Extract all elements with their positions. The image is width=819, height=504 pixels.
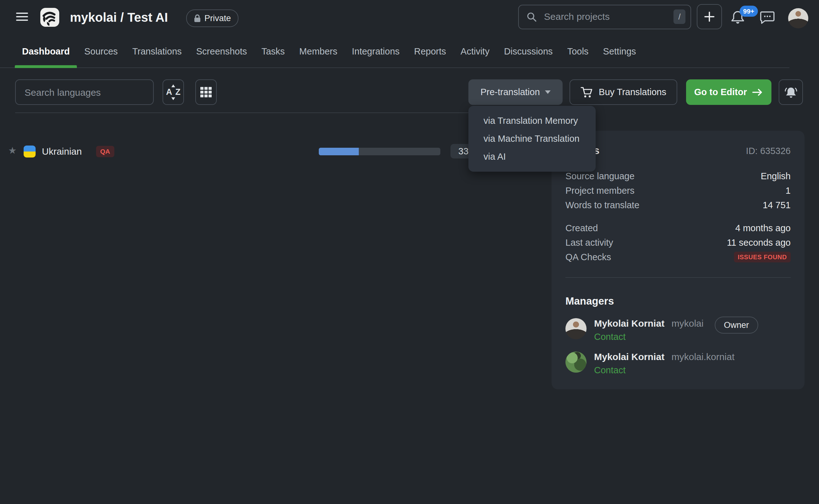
pretranslation-label: Pre-translation: [480, 87, 540, 97]
project-nav: Dashboard Sources Translations Screensho…: [0, 38, 819, 68]
detail-row-project-members: Project members 1: [565, 183, 791, 198]
manager-row: Mykolai Korniat mykolai Contact Owner: [565, 318, 791, 340]
active-tab-underline: [15, 65, 77, 68]
tab-reports[interactable]: Reports: [407, 38, 454, 68]
sort-languages-button[interactable]: AZ: [163, 79, 184, 105]
create-project-button[interactable]: [697, 4, 722, 29]
tab-activity[interactable]: Activity: [453, 38, 497, 68]
manager-name[interactable]: Mykolai Korniat: [594, 318, 664, 329]
messages-icon[interactable]: [760, 11, 775, 25]
manager-username: mykolai: [672, 318, 704, 329]
detail-row-source-language: Source language English: [565, 169, 791, 183]
tab-tools[interactable]: Tools: [560, 38, 596, 68]
search-projects-input[interactable]: [543, 6, 658, 27]
menu-item-via-translation-memory[interactable]: via Translation Memory: [468, 112, 596, 130]
go-to-editor-label: Go to Editor: [694, 87, 747, 97]
pretranslation-dropdown-button[interactable]: Pre-translation: [468, 79, 563, 105]
crowdin-project-dashboard: mykolai / Test AI Private / 99+: [0, 0, 819, 504]
search-shortcut-key: /: [673, 9, 685, 24]
subscribe-bell-button[interactable]: [779, 79, 803, 105]
manager-row: Mykolai Korniat mykolai.korniat Contact: [565, 352, 791, 374]
menu-icon[interactable]: [16, 13, 28, 21]
menu-item-via-ai[interactable]: via AI: [468, 148, 596, 166]
language-name[interactable]: Ukrainian: [42, 146, 82, 157]
favorite-star-icon[interactable]: ★: [8, 145, 17, 156]
search-icon: [526, 12, 537, 22]
cart-icon: [581, 86, 593, 98]
search-languages-box[interactable]: [15, 79, 154, 105]
pretranslation-menu: via Translation Memory via Machine Trans…: [468, 106, 596, 172]
tab-sources[interactable]: Sources: [77, 38, 125, 68]
translation-progress-fill: [319, 148, 359, 155]
go-to-editor-button[interactable]: Go to Editor: [686, 79, 771, 105]
chevron-down-icon: [545, 90, 551, 94]
grid-view-icon: [200, 87, 212, 97]
page-title: mykolai / Test AI: [70, 8, 168, 27]
manager-username: mykolai.korniat: [672, 352, 735, 362]
buy-translations-label: Buy Translations: [599, 87, 666, 97]
issues-found-badge[interactable]: ISSUES FOUND: [734, 252, 791, 262]
buy-translations-button[interactable]: Buy Translations: [570, 79, 677, 105]
view-mode-button[interactable]: [195, 79, 217, 105]
private-badge: Private: [186, 9, 238, 27]
owner-badge: Owner: [715, 317, 758, 334]
sort-az-icon: AZ: [166, 85, 180, 100]
tab-members[interactable]: Members: [292, 38, 345, 68]
private-badge-label: Private: [204, 14, 231, 23]
detail-row-created: Created 4 months ago: [565, 221, 791, 235]
language-list-divider: [15, 112, 542, 113]
tab-integrations[interactable]: Integrations: [345, 38, 407, 68]
manager-avatar[interactable]: [565, 318, 587, 339]
tab-dashboard[interactable]: Dashboard: [15, 38, 77, 68]
tab-tasks[interactable]: Tasks: [254, 38, 292, 68]
panel-divider: [565, 277, 791, 278]
manager-contact-link[interactable]: Contact: [594, 365, 626, 375]
search-languages-input[interactable]: [24, 81, 148, 104]
project-id: ID: 635326: [746, 146, 791, 156]
detail-row-last-activity: Last activity 11 seconds ago: [565, 235, 791, 250]
lock-icon: [194, 14, 201, 23]
qa-issues-badge[interactable]: QA: [96, 146, 114, 157]
tab-settings[interactable]: Settings: [596, 38, 643, 68]
detail-row-qa-checks: QA Checks ISSUES FOUND: [565, 250, 791, 264]
search-projects-box[interactable]: /: [518, 5, 691, 29]
manager-avatar[interactable]: [565, 352, 587, 373]
menu-item-via-machine-translation[interactable]: via Machine Translation: [468, 130, 596, 148]
tab-discussions[interactable]: Discussions: [497, 38, 560, 68]
ukraine-flag-icon: [24, 146, 36, 157]
arrow-right-icon: [752, 88, 763, 96]
crowdin-logo-icon[interactable]: [40, 8, 60, 27]
tab-screenshots[interactable]: Screenshots: [189, 38, 254, 68]
tab-translations[interactable]: Translations: [125, 38, 189, 68]
manager-contact-link[interactable]: Contact: [594, 332, 626, 342]
ringing-bell-icon: [784, 85, 798, 100]
translation-progress-bar: [319, 148, 440, 155]
user-avatar[interactable]: [788, 8, 808, 28]
manager-name[interactable]: Mykolai Korniat: [594, 352, 664, 362]
managers-heading: Managers: [565, 295, 614, 307]
notifications-count-badge[interactable]: 99+: [740, 6, 758, 17]
detail-row-words-to-translate: Words to translate 14 751: [565, 198, 791, 212]
